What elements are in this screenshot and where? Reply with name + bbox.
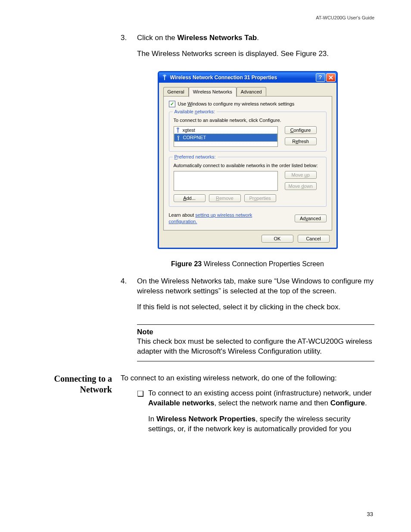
available-networks-group: Available networks: To connect to an ava… [169, 112, 327, 152]
tab-wireless-networks[interactable]: Wireless Networks [189, 87, 237, 97]
move-down-button[interactable]: Move down [285, 182, 317, 190]
titlebar[interactable]: Wireless Network Connection 31 Propertie… [159, 72, 336, 83]
close-button[interactable] [326, 73, 336, 82]
step-4: 4. On the Wireless Networks tab, make su… [121, 277, 374, 318]
svg-point-0 [164, 75, 165, 77]
figure-caption: Figure 23 Wireless Connection Properties… [121, 259, 374, 269]
antenna-icon [176, 135, 181, 140]
ok-button[interactable]: OK [262, 235, 293, 243]
properties-button[interactable]: Properties [244, 194, 276, 202]
move-up-button[interactable]: Move up [285, 171, 317, 179]
checkbox-bullet-icon: ❏ [137, 389, 148, 440]
xp-dialog: Wireless Network Connection 31 Propertie… [158, 71, 338, 249]
checkbox-icon[interactable]: ✓ [169, 101, 175, 107]
preferred-networks-list[interactable] [174, 171, 278, 191]
step-4-p2: If this field is not selected, select it… [137, 302, 374, 312]
antenna-icon [176, 128, 180, 133]
svg-point-2 [177, 136, 179, 137]
help-button[interactable]: ? [316, 73, 325, 82]
note-title: Note [137, 327, 374, 337]
tab-bar: General Wireless Networks Advanced [163, 86, 332, 96]
learn-about-text: Learn about setting up wireless network … [169, 212, 277, 225]
list-item[interactable]: xgtest [174, 127, 277, 134]
refresh-button[interactable]: Refresh [285, 137, 317, 145]
page-number: 33 [367, 511, 373, 517]
remove-button[interactable]: Remove [209, 194, 241, 202]
use-windows-checkbox[interactable]: ✓ Use Windows to configure my wireless n… [169, 101, 327, 107]
section-heading: Connecting to a Network [37, 373, 112, 395]
step-3-line1: Click on the Wireless Networks Tab. [137, 33, 374, 43]
step-4-p1: On the Wireless Networks tab, make sure … [137, 277, 374, 296]
tab-advanced[interactable]: Advanced [237, 87, 266, 96]
advanced-button[interactable]: Advanced [295, 215, 327, 222]
note-box: Note This check box must be selected to … [137, 324, 374, 362]
available-networks-title: Available networks: [173, 109, 217, 115]
dialog-title: Wireless Network Connection 31 Propertie… [170, 74, 315, 81]
bullet-item: ❏ To connect to an existing access point… [137, 389, 374, 440]
svg-point-1 [177, 128, 178, 129]
preferred-networks-title: Preferred networks: [173, 154, 218, 160]
cancel-button[interactable]: Cancel [298, 235, 330, 243]
step-number: 4. [121, 277, 137, 318]
tab-panel: ✓ Use Windows to configure my wireless n… [163, 96, 332, 230]
tab-general[interactable]: General [163, 87, 189, 96]
preferred-instruction: Automatically connect to available netwo… [174, 162, 322, 169]
header-doc-title: AT-WCU200G User's Guide [37, 15, 374, 20]
connect-intro: To connect to an existing wireless netwo… [121, 373, 374, 383]
add-button[interactable]: Add... [174, 194, 206, 202]
configure-button[interactable]: Configure [285, 126, 317, 134]
available-networks-list[interactable]: xgtest CORPNET [174, 126, 278, 147]
note-text: This check box must be selected to confi… [137, 337, 374, 357]
available-instruction: To connect to an available network, clic… [174, 117, 322, 124]
wireless-icon [162, 75, 168, 81]
step-3-line2: The Wireless Networks screen is displaye… [137, 49, 374, 59]
list-item[interactable]: CORPNET [174, 134, 277, 142]
step-number: 3. [121, 33, 137, 65]
figure-23: Wireless Network Connection 31 Propertie… [121, 71, 374, 249]
step-3: 3. Click on the Wireless Networks Tab. T… [121, 33, 374, 65]
preferred-networks-group: Preferred networks: Automatically connec… [169, 157, 327, 207]
